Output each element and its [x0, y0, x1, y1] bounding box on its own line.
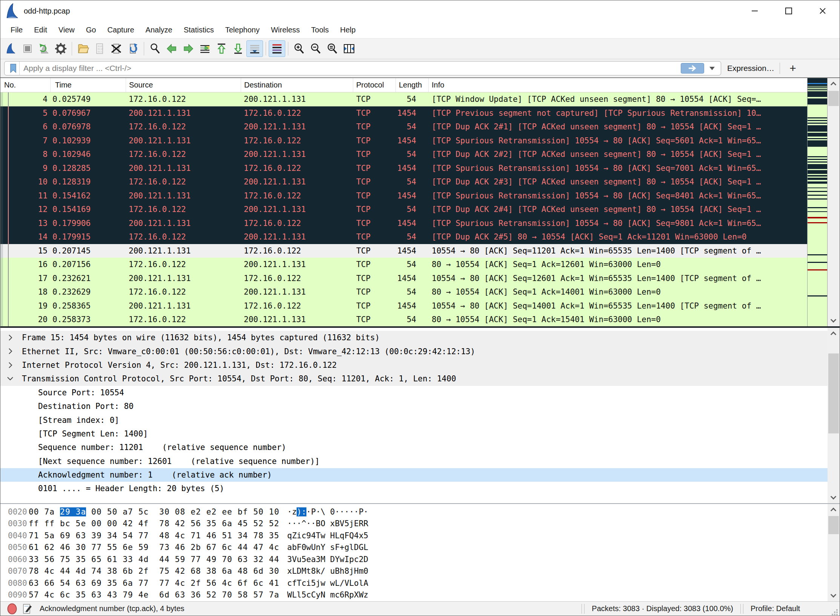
close-button[interactable] [806, 0, 840, 22]
filter-bookmark-button[interactable] [7, 61, 20, 75]
ascii-bytes[interactable]: ·z):·P·\ 0·····P· [287, 507, 368, 516]
status-profile[interactable]: Profile: Default [751, 604, 826, 613]
save-file-button[interactable]: 010101100111 [91, 40, 108, 57]
detail-row[interactable]: Source Port: 10554 [0, 386, 840, 399]
ascii-bytes[interactable]: qZic94Tw HLqFQ4x5 [287, 531, 368, 540]
detail-row[interactable]: [Stream index: 0] [0, 413, 840, 427]
resize-columns-button[interactable] [341, 40, 357, 57]
start-capture-button[interactable] [3, 40, 19, 57]
capture-options-button[interactable] [52, 40, 69, 57]
minimize-button[interactable] [738, 0, 772, 22]
details-scrollbar[interactable] [828, 328, 840, 503]
open-file-button[interactable] [75, 40, 91, 57]
hex-row-0020[interactable]: 002000 7a 29 3a 00 50 a7 5c 30 08 e2 e2 … [0, 506, 840, 518]
maximize-button[interactable] [772, 0, 806, 22]
zoom-in-button[interactable] [291, 40, 308, 57]
column-header-no[interactable]: No. [0, 78, 51, 92]
hex-scrollbar-thumb[interactable] [828, 516, 839, 534]
ascii-bytes[interactable]: xLDMt8k/ uBh8jHm0 [287, 567, 368, 576]
detail-row[interactable]: Acknowledgment number: 1 (relative ack n… [0, 468, 840, 482]
menu-file[interactable]: File [5, 23, 28, 37]
filter-history-dropdown[interactable] [709, 67, 715, 70]
packet-row-15[interactable]: 150.207145200.121.1.131172.16.0.122TCP14… [0, 244, 807, 258]
hex-bytes[interactable]: 71 5a 69 63 39 34 54 77 48 4c 71 46 51 3… [29, 531, 287, 540]
packet-row-9[interactable]: 90.128285200.121.1.131172.16.0.122TCP145… [0, 161, 807, 175]
hex-bytes[interactable]: ff ff bc 5e 00 00 42 4f 78 42 56 35 6a 4… [29, 519, 287, 528]
stop-capture-button[interactable] [19, 40, 36, 57]
detail-row[interactable]: 0101 .... = Header Length: 20 bytes (5) [0, 482, 840, 495]
packet-row-11[interactable]: 110.154162200.121.1.131172.16.0.122TCP14… [0, 189, 807, 203]
auto-scroll-button[interactable] [246, 40, 263, 57]
packet-row-16[interactable]: 160.207156172.16.0.122200.121.1.131TCP54… [0, 258, 807, 272]
hex-scrollbar[interactable] [828, 504, 840, 601]
packet-row-8[interactable]: 80.102946172.16.0.122200.121.1.131TCP54[… [0, 147, 807, 161]
expand-icon[interactable] [6, 334, 14, 341]
menu-capture[interactable]: Capture [102, 23, 140, 37]
hex-bytes[interactable]: 33 56 75 35 65 61 33 4d 44 59 77 49 70 6… [29, 555, 287, 564]
packet-row-10[interactable]: 100.128319172.16.0.122200.121.1.131TCP54… [0, 175, 807, 189]
hex-row-0080[interactable]: 008063 66 54 63 69 35 6a 77 77 4c 2f 56 … [0, 577, 840, 589]
hex-row-0090[interactable]: 009057 4c 6c 35 63 43 79 4e 6d 63 36 52 … [0, 589, 840, 601]
capture-comment-icon[interactable] [22, 603, 33, 614]
ascii-bytes[interactable]: WLl5cCyN mc6RpXWz [287, 590, 368, 599]
add-filter-button[interactable]: + [785, 63, 800, 74]
restart-capture-button[interactable] [36, 40, 52, 57]
ascii-bytes[interactable]: ···^··BO xBV5jERR [287, 519, 368, 528]
go-first-button[interactable] [213, 40, 230, 57]
zoom-out-button[interactable] [308, 40, 324, 57]
menu-edit[interactable]: Edit [28, 23, 52, 37]
scroll-down-icon[interactable] [831, 592, 837, 598]
scroll-down-icon[interactable] [831, 317, 837, 323]
menu-wireless[interactable]: Wireless [265, 23, 306, 37]
ascii-bytes[interactable]: cfTci5jw wL/VLolA [287, 579, 368, 588]
menu-tools[interactable]: Tools [306, 23, 335, 37]
hex-bytes[interactable]: 61 62 46 30 77 55 6e 59 73 46 2b 67 6c 4… [29, 543, 287, 552]
packet-list-scrollbar[interactable] [828, 78, 840, 326]
colorize-button[interactable] [269, 40, 285, 57]
column-header-destination[interactable]: Destination [241, 78, 353, 92]
display-filter-input[interactable]: Apply a display filter ... <Ctrl-/> [4, 61, 721, 75]
hex-row-0070[interactable]: 007078 4c 44 4d 74 38 6b 2f 75 42 68 38 … [0, 565, 840, 578]
detail-row[interactable]: Sequence number: 11201 (relative sequenc… [0, 441, 840, 454]
packet-row-18[interactable]: 180.232629172.16.0.122200.121.1.131TCP54… [0, 285, 807, 299]
expression-button[interactable]: Expression… [727, 64, 774, 73]
find-packet-button[interactable] [147, 40, 163, 57]
packet-row-13[interactable]: 130.179906200.121.1.131172.16.0.122TCP14… [0, 217, 807, 230]
hex-bytes[interactable]: 78 4c 44 4d 74 38 6b 2f 75 42 68 38 6a 4… [29, 567, 287, 576]
packet-list-scrollbar-thumb[interactable] [828, 91, 839, 106]
packet-row-12[interactable]: 120.154169172.16.0.122200.121.1.131TCP54… [0, 203, 807, 217]
column-header-info[interactable]: Info [429, 78, 840, 92]
scroll-up-icon[interactable] [831, 508, 837, 514]
menu-view[interactable]: View [53, 23, 80, 37]
packet-row-19[interactable]: 190.258365200.121.1.131172.16.0.122TCP14… [0, 299, 807, 313]
detail-row[interactable]: [TCP Segment Len: 1400] [0, 427, 840, 441]
column-header-protocol[interactable]: Protocol [353, 78, 396, 92]
packet-row-4[interactable]: 40.025749172.16.0.122200.121.1.131TCP54[… [0, 92, 807, 106]
resize-grip[interactable] [831, 609, 838, 616]
hex-row-0040[interactable]: 004071 5a 69 63 39 34 54 77 48 4c 71 46 … [0, 530, 840, 542]
go-last-button[interactable] [230, 40, 246, 57]
column-header-source[interactable]: Source [126, 78, 241, 92]
menu-help[interactable]: Help [334, 23, 361, 37]
detail-row[interactable]: Frame 15: 1454 bytes on wire (11632 bits… [0, 331, 840, 344]
scroll-up-icon[interactable] [831, 82, 837, 88]
packet-row-7[interactable]: 70.102939200.121.1.131172.16.0.122TCP145… [0, 134, 807, 148]
expert-info-icon[interactable] [6, 603, 18, 615]
packet-row-6[interactable]: 60.076978172.16.0.122200.121.1.131TCP54[… [0, 120, 807, 134]
column-header-length[interactable]: Length [396, 78, 429, 92]
go-to-packet-button[interactable] [197, 40, 213, 57]
packet-row-20[interactable]: 200.258373172.16.0.122200.121.1.131TCP54… [0, 313, 807, 327]
details-scrollbar-thumb[interactable] [828, 353, 839, 433]
expand-icon[interactable] [6, 347, 14, 355]
hex-row-0030[interactable]: 0030ff ff bc 5e 00 00 42 4f 78 42 56 35 … [0, 518, 840, 530]
packet-row-5[interactable]: 50.076967200.121.1.131172.16.0.122TCP145… [0, 106, 807, 120]
packet-row-17[interactable]: 170.232621200.121.1.131172.16.0.122TCP14… [0, 272, 807, 286]
hex-bytes[interactable]: 63 66 54 63 69 35 6a 77 77 4c 2f 56 4c 6… [29, 579, 287, 588]
expand-icon[interactable] [6, 361, 14, 369]
column-header-time[interactable]: Time [51, 78, 126, 92]
close-file-button[interactable] [108, 40, 125, 57]
detail-row[interactable]: Transmission Control Protocol, Src Port:… [0, 372, 840, 386]
go-forward-button[interactable] [180, 40, 197, 57]
menu-go[interactable]: Go [80, 23, 102, 37]
detail-row[interactable]: [Next sequence number: 12601 (relative s… [0, 455, 840, 468]
